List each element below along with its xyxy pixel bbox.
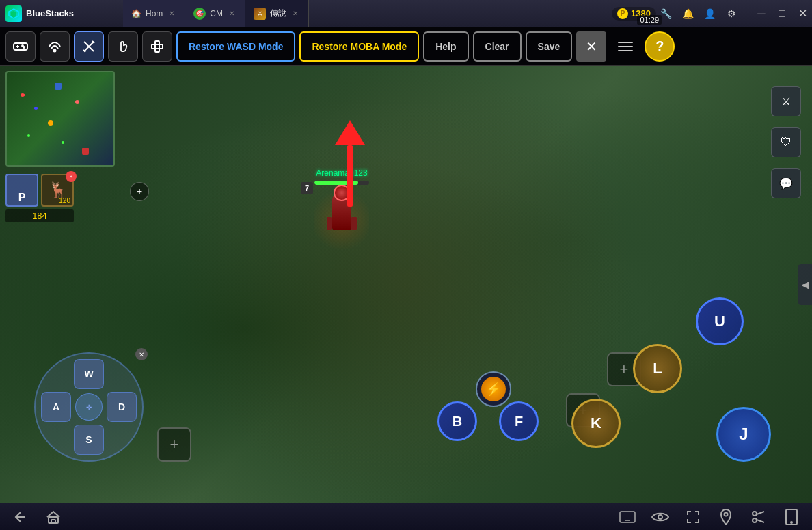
eye-btn[interactable]: [651, 507, 670, 527]
tab-cm[interactable]: 🎯 CM ✕: [185, 0, 245, 27]
game-area: + P 🦌 × 120 184 Arenaman123 7: [0, 66, 812, 503]
save-btn[interactable]: Save: [526, 31, 573, 62]
tab-home[interactable]: 🏠 Hom ✕: [123, 0, 185, 27]
svg-point-27: [753, 512, 757, 516]
svg-rect-2: [14, 43, 27, 50]
tablet-btn[interactable]: [782, 507, 801, 527]
a-key-btn[interactable]: A: [41, 392, 71, 422]
svg-rect-13: [152, 44, 163, 49]
toolbar-close-btn[interactable]: ✕: [576, 31, 606, 62]
svg-point-25: [658, 515, 662, 519]
window-close-btn[interactable]: ✕: [793, 4, 812, 23]
sword-right-btn[interactable]: ⚔: [771, 86, 801, 116]
restore-moba-btn[interactable]: Restore MOBA Mode: [299, 31, 419, 62]
minimap-minion: [27, 134, 30, 137]
home-tab-label: Hom: [146, 9, 163, 18]
scissors-btn[interactable]: [749, 507, 768, 527]
item-area: P 🦌 × 120 184: [5, 174, 74, 222]
skill-f-btn[interactable]: × F 斬殺: [499, 401, 539, 441]
svg-point-26: [725, 512, 728, 516]
skill-j-btn[interactable]: × J: [716, 407, 771, 462]
keyboard-btn[interactable]: [618, 507, 637, 527]
tab-legend[interactable]: ⚔ 傳說 ✕: [245, 0, 309, 27]
skill-f-label: F: [515, 414, 523, 429]
cm-tab-label: CM: [210, 9, 223, 18]
help-circle-btn[interactable]: ?: [645, 31, 675, 62]
home-btn[interactable]: [44, 507, 63, 527]
cm-tab-icon: 🎯: [193, 8, 206, 20]
maximize-btn[interactable]: □: [772, 4, 791, 23]
add-skill-btn-1[interactable]: +: [157, 427, 191, 462]
skill-u-btn[interactable]: × U 控制: [696, 297, 744, 345]
s-key-btn[interactable]: S: [74, 425, 104, 455]
coin-icon: P: [617, 8, 628, 19]
skill-j-label: J: [739, 425, 748, 444]
minimize-btn[interactable]: ─: [752, 4, 771, 23]
skill-b-btn[interactable]: × B 回城: [437, 401, 477, 441]
bottom-center-controls: [618, 507, 801, 527]
skill-u-label: U: [714, 313, 725, 330]
tool-wifi-btn[interactable]: [40, 31, 70, 62]
svg-point-6: [23, 47, 25, 48]
minimap-enemy: [21, 93, 25, 97]
item-1-badge: ×: [66, 171, 77, 182]
tool-gamepad-btn[interactable]: [5, 31, 36, 62]
w-key-btn[interactable]: W: [74, 359, 104, 389]
skill-l-btn[interactable]: × L 傷害: [633, 344, 682, 393]
legend-tab-label: 傳說: [270, 8, 286, 19]
tool-dpad-btn[interactable]: [142, 31, 172, 62]
settings-btn[interactable]: ⚙: [722, 4, 741, 23]
home-tab-icon: 🏠: [131, 9, 141, 18]
bottom-bar: [0, 503, 812, 530]
shield-right-btn[interactable]: 🛡: [771, 127, 801, 157]
item-1-btn[interactable]: 🦌 × 120: [41, 174, 74, 207]
item-count-display: 184: [5, 209, 74, 222]
title-bar-right: 🔧 🔔 👤 ⚙: [656, 4, 746, 23]
dpad-center: ✛: [75, 393, 103, 421]
account-btn[interactable]: 👤: [700, 4, 719, 23]
svg-rect-15: [51, 520, 55, 523]
wasd-controls: ✕ W S A D ✛: [34, 352, 144, 462]
dpad-close-btn[interactable]: ✕: [135, 348, 148, 360]
skill-k-btn[interactable]: × K 位移: [571, 399, 621, 448]
app-name: BlueStacks: [26, 8, 74, 18]
cm-tab-close[interactable]: ✕: [227, 8, 236, 18]
chat-right-btn[interactable]: 💬: [771, 168, 801, 198]
svg-point-7: [54, 49, 56, 51]
side-collapse-btn[interactable]: ◀: [798, 264, 812, 305]
p-key-label: P: [18, 191, 26, 204]
clear-btn[interactable]: Clear: [473, 31, 522, 62]
svg-rect-12: [155, 41, 159, 52]
svg-point-33: [791, 522, 792, 523]
legend-tab-icon: ⚔: [254, 8, 266, 20]
home-tab-close[interactable]: ✕: [167, 8, 176, 18]
minimap-minion-2: [62, 141, 64, 144]
toolbar-menu-btn[interactable]: [613, 34, 638, 59]
minimap-enemy-2: [75, 100, 79, 104]
flash-icon: ⚡: [481, 377, 506, 401]
svg-point-28: [753, 518, 757, 522]
logo-area: BlueStacks: [0, 5, 123, 22]
minimap-tower: [55, 83, 62, 90]
zoom-btn[interactable]: +: [130, 182, 149, 201]
arrow-shaft: [347, 145, 353, 207]
skill-k-label: K: [591, 414, 601, 432]
tool-hand-btn[interactable]: [108, 31, 138, 62]
legend-tab-close[interactable]: ✕: [290, 8, 300, 18]
d-key-btn[interactable]: D: [107, 392, 137, 422]
back-btn[interactable]: [11, 507, 30, 527]
player-level: 7: [301, 182, 313, 194]
svg-marker-1: [11, 11, 16, 18]
fullscreen-btn[interactable]: [684, 507, 703, 527]
restore-wasd-btn[interactable]: Restore WASD Mode: [176, 31, 295, 62]
help-btn[interactable]: Help: [423, 31, 468, 62]
time-display: 01:29: [637, 15, 662, 25]
minimap-player: [48, 120, 53, 126]
tool-swords-btn[interactable]: [74, 31, 104, 62]
bell-btn[interactable]: 🔔: [678, 4, 697, 23]
window-controls: ─ □ ✕: [752, 4, 812, 23]
flash-skill[interactable]: ⚡: [476, 371, 511, 407]
skill-p-btn[interactable]: P: [5, 174, 38, 207]
location-btn[interactable]: [716, 507, 735, 527]
minimap[interactable]: [5, 71, 115, 167]
